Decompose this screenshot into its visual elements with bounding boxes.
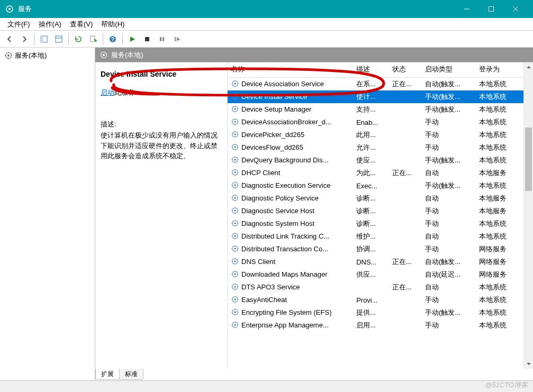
pause-service-button[interactable] (155, 32, 169, 46)
forward-button[interactable] (17, 32, 31, 46)
cell-desc: 诊断... (353, 192, 389, 205)
service-row[interactable]: DevicesFlow_dd265允许...手动本地系统 (228, 141, 523, 154)
watermark: @51CTO博客 (485, 380, 528, 390)
start-service-button[interactable] (125, 32, 139, 46)
svg-line-93 (237, 157, 237, 158)
service-row[interactable]: Device Install Service使计...手动(触发...本地系统 (228, 90, 523, 103)
show-hide-tree-button[interactable] (37, 32, 51, 46)
gear-icon (231, 232, 239, 240)
svg-line-191 (232, 284, 233, 285)
cell-desc: 诊断... (353, 205, 389, 217)
main-area: 服务(本地) 服务(本地) Device Install Service 启动此… (0, 48, 533, 380)
cell-name: Diagnostic Execution Service (228, 179, 353, 191)
cell-status (389, 141, 422, 154)
svg-line-54 (232, 111, 233, 111)
service-row[interactable]: Downloaded Maps Manager供应...自动(延迟...网络服务 (228, 268, 523, 281)
col-status[interactable]: 状态 (389, 62, 422, 78)
minimize-button[interactable] (455, 0, 479, 18)
properties-button[interactable] (52, 32, 66, 46)
pane-header-title: 服务(本地) (111, 50, 143, 60)
tab-standard[interactable]: 标准 (119, 369, 143, 380)
back-button[interactable] (3, 32, 16, 46)
svg-line-161 (232, 246, 233, 247)
service-row[interactable]: EasyAntiCheatProvi...手动本地系统 (228, 294, 523, 306)
svg-line-163 (237, 246, 237, 247)
svg-rect-10 (91, 36, 95, 42)
cell-name: Diagnostic Policy Service (228, 192, 353, 204)
cell-startup: 手动 (422, 116, 476, 129)
menu-file[interactable]: 文件(F) (3, 19, 34, 30)
service-row[interactable]: Distributed Transaction Co...协调...手动网络服务 (228, 243, 523, 256)
help-button[interactable]: ? (106, 32, 120, 46)
scroll-thumb[interactable] (525, 127, 532, 191)
scroll-up-button[interactable] (524, 62, 533, 72)
svg-line-144 (232, 225, 233, 225)
service-row[interactable]: DeviceAssociationBroker_d...Enab...手动本地系… (228, 116, 523, 129)
scroll-track[interactable] (524, 72, 533, 359)
service-row[interactable]: Device Setup Manager支持...手动(触发...本地系统 (228, 103, 523, 116)
service-row[interactable]: DTS APO3 Service正在...自动本地系统 (228, 281, 523, 294)
cell-status (389, 129, 422, 141)
svg-line-121 (232, 195, 233, 196)
col-startup[interactable]: 启动类型 (422, 62, 476, 78)
cell-status: 正在... (389, 281, 422, 294)
svg-line-172 (237, 263, 237, 263)
svg-point-56 (234, 121, 236, 123)
cell-desc: 支持... (353, 103, 389, 116)
cell-name: Diagnostic System Host (228, 217, 353, 229)
service-row[interactable]: Enterprise App Manageme...启用...手动本地系统 (228, 319, 523, 332)
restart-service-button[interactable] (170, 32, 184, 46)
vertical-scrollbar[interactable] (523, 62, 533, 369)
cell-status (389, 192, 422, 205)
menu-help[interactable]: 帮助(H) (97, 19, 129, 30)
stop-service-button[interactable] (140, 32, 154, 46)
cell-startup: 手动 (422, 294, 476, 306)
col-name[interactable]: 名称 (228, 62, 353, 78)
svg-line-52 (237, 111, 237, 111)
cell-name: DevicesFlow_dd265 (228, 141, 353, 153)
gear-icon (231, 321, 239, 329)
maximize-button[interactable] (479, 0, 503, 18)
tree-root-services[interactable]: 服务(本地) (2, 50, 93, 61)
col-desc[interactable]: 描述 (353, 62, 389, 78)
cell-desc: 提供... (353, 306, 389, 319)
svg-point-24 (103, 54, 105, 56)
service-row[interactable]: Diagnostic System Host诊断...手动本地系统 (228, 217, 523, 230)
service-row[interactable]: DNS ClientDNS...正在...自动(触发...网络服务 (228, 256, 523, 268)
service-row[interactable]: DevQuery Background Dis...使应...手动(触发...本… (228, 154, 523, 167)
cell-logon: 本地系统 (476, 306, 523, 319)
service-row[interactable]: Distributed Link Tracking C...维护...自动本地系… (228, 230, 523, 243)
col-logon[interactable]: 登录为 (476, 62, 523, 78)
service-row[interactable]: Diagnostic Execution ServiceExec...手动(触发… (228, 179, 523, 192)
gear-icon (231, 105, 239, 113)
export-list-button[interactable] (86, 32, 100, 46)
scroll-down-button[interactable] (524, 359, 533, 369)
svg-rect-14 (160, 37, 161, 41)
svg-line-133 (237, 208, 237, 208)
svg-line-194 (232, 288, 233, 289)
service-row[interactable]: Encrypting File System (EFS)提供...手动(触发..… (228, 306, 523, 319)
status-bar (0, 380, 533, 392)
service-row[interactable]: Diagnostic Service Host诊断...手动本地服务 (228, 205, 523, 217)
service-row[interactable]: Diagnostic Policy Service诊断...自动本地服务 (228, 192, 523, 205)
svg-line-32 (237, 85, 237, 86)
cell-desc: Provi... (353, 294, 389, 306)
close-button[interactable] (503, 0, 528, 18)
service-row[interactable]: Device Association Service在系...正在...自动(触… (228, 78, 523, 91)
refresh-button[interactable] (71, 32, 85, 46)
start-service-link[interactable]: 启动 (101, 88, 114, 96)
menu-view[interactable]: 查看(V) (66, 19, 97, 30)
svg-line-123 (237, 195, 237, 196)
svg-point-166 (234, 260, 236, 262)
service-row[interactable]: DHCP Client为此...正在...自动本地服务 (228, 167, 523, 179)
cell-logon: 网络服务 (476, 268, 523, 281)
cell-status: 正在... (389, 167, 422, 179)
tab-extended[interactable]: 扩展 (95, 369, 120, 380)
detail-pane: Device Install Service 启动此服务 描述: 使计算机在极少… (95, 62, 228, 369)
svg-line-104 (232, 174, 233, 175)
svg-line-111 (232, 183, 233, 183)
svg-line-44 (232, 98, 233, 98)
svg-line-31 (232, 81, 233, 81)
service-row[interactable]: DevicePicker_dd265此用...手动本地系统 (228, 129, 523, 141)
menu-action[interactable]: 操作(A) (34, 19, 66, 30)
